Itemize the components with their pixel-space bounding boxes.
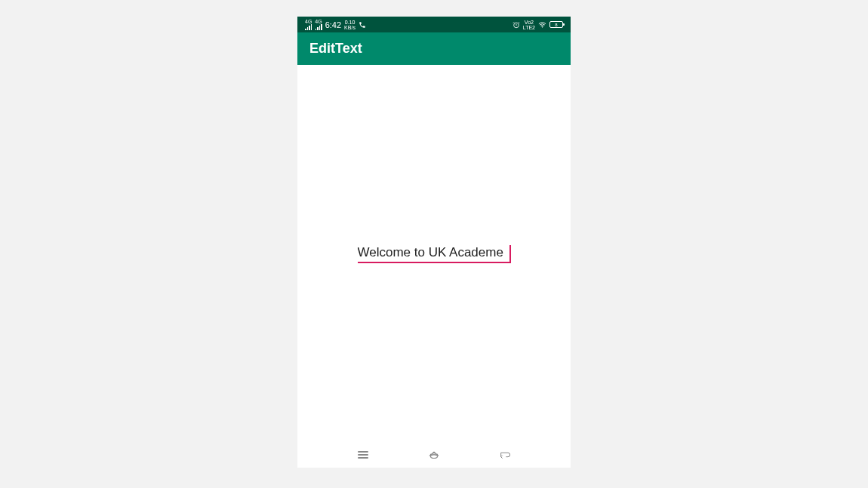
menu-button[interactable] (348, 446, 378, 464)
back-icon (499, 450, 511, 459)
svg-point-1 (542, 26, 543, 27)
signal-2-group: 4G (315, 19, 322, 30)
data-rate-unit: KB/s (344, 25, 356, 30)
navigation-bar (297, 442, 571, 468)
status-bar: 4G 4G 6:42 0.10 KB/s (297, 17, 571, 32)
signal-1-label: 4G (305, 19, 312, 24)
content-area (297, 65, 571, 442)
alarm-icon (512, 21, 520, 29)
phone-frame: 4G 4G 6:42 0.10 KB/s (297, 17, 571, 468)
app-bar: EditText (297, 32, 571, 65)
lte-label-top: Vo2 (525, 20, 534, 25)
data-rate-value: 0.10 (344, 20, 356, 25)
lte-indicator: Vo2 LTE2 (523, 20, 535, 30)
status-time: 6:42 (325, 20, 341, 29)
svg-point-2 (431, 455, 438, 459)
battery-level: 8 (555, 23, 557, 27)
edit-text-container (358, 244, 511, 263)
home-button[interactable] (419, 446, 449, 464)
phone-icon (359, 21, 366, 29)
text-cursor (509, 245, 511, 262)
data-rate: 0.10 KB/s (344, 20, 356, 30)
status-bar-right: Vo2 LTE2 8 (512, 20, 563, 30)
menu-icon (358, 451, 368, 459)
status-bar-left: 4G 4G 6:42 0.10 KB/s (305, 19, 366, 30)
back-button[interactable] (490, 446, 520, 464)
wifi-icon (538, 22, 546, 28)
signal-bars-icon (305, 24, 312, 30)
lte-label-bottom: LTE2 (523, 25, 535, 30)
edit-text-input[interactable] (358, 244, 511, 263)
app-title: EditText (309, 41, 362, 57)
signal-2-label: 4G (315, 19, 322, 24)
signal-1-group: 4G (305, 19, 312, 30)
home-icon (427, 450, 441, 459)
signal-bars-icon (315, 24, 322, 30)
battery-icon: 8 (549, 21, 563, 28)
